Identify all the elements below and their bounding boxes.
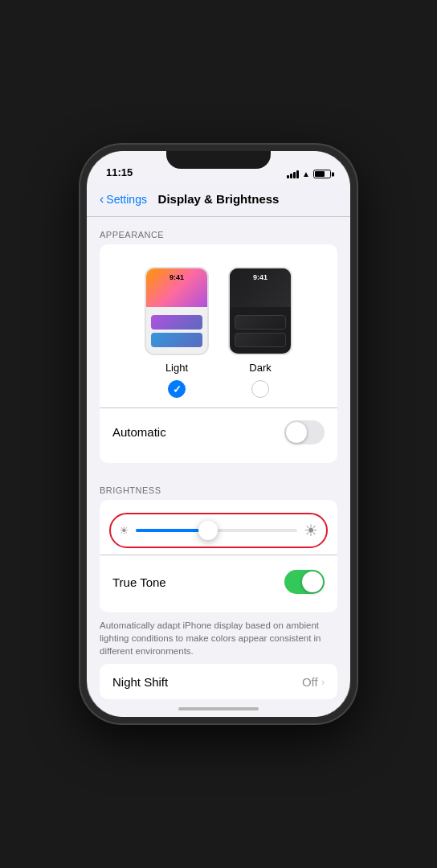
brightness-slider-track[interactable] xyxy=(136,529,297,532)
dark-preview-cards xyxy=(235,315,286,347)
dark-mode-label: Dark xyxy=(249,362,271,374)
page-title: Display & Brightness xyxy=(158,192,280,206)
true-tone-description: Automatically adapt iPhone display based… xyxy=(87,612,350,664)
signal-icon xyxy=(287,170,299,178)
light-mode-label: Light xyxy=(165,362,188,374)
notch xyxy=(166,151,271,169)
night-shift-value: Off xyxy=(302,675,318,689)
dark-mode-preview: 9:41 xyxy=(228,267,292,355)
preview-card-1 xyxy=(151,315,202,330)
brightness-slider-fill xyxy=(136,529,208,532)
appearance-options: 9:41 Light 9:41 xyxy=(100,254,337,404)
dark-mode-radio[interactable] xyxy=(251,380,269,398)
appearance-dark-option[interactable]: 9:41 Dark xyxy=(228,267,292,398)
light-mode-radio[interactable] xyxy=(168,380,186,398)
home-bar xyxy=(178,707,259,710)
brightness-group: True Tone xyxy=(100,500,337,613)
brightness-low-icon xyxy=(119,523,129,538)
true-tone-toggle-knob xyxy=(302,571,323,592)
true-tone-label: True Tone xyxy=(112,575,166,589)
screen: 11:15 ▲ ‹ Settings Display & Brightness xyxy=(87,151,350,717)
back-label: Settings xyxy=(106,193,147,206)
dark-preview-card-1 xyxy=(235,315,286,330)
brightness-slider-row[interactable] xyxy=(109,513,328,548)
brightness-slider-thumb[interactable] xyxy=(198,521,218,540)
night-shift-label: Night Shift xyxy=(112,675,168,689)
night-shift-row[interactable]: Night Shift Off › xyxy=(100,664,337,699)
nav-bar: ‹ Settings Display & Brightness xyxy=(87,182,350,217)
back-button[interactable]: ‹ Settings xyxy=(100,193,147,206)
appearance-section-header: APPEARANCE xyxy=(87,217,350,244)
dark-preview-card-2 xyxy=(235,333,286,347)
status-time: 11:15 xyxy=(106,166,133,178)
automatic-toggle[interactable] xyxy=(284,420,325,444)
true-tone-row: True Tone xyxy=(112,561,325,603)
status-icons: ▲ xyxy=(287,170,331,178)
preview-card-2 xyxy=(151,333,202,347)
wifi-icon: ▲ xyxy=(302,170,310,178)
appearance-light-option[interactable]: 9:41 Light xyxy=(145,267,209,398)
back-chevron-icon: ‹ xyxy=(100,193,104,206)
automatic-toggle-knob xyxy=(286,422,307,443)
night-shift-chevron-icon: › xyxy=(321,676,325,688)
true-tone-toggle[interactable] xyxy=(284,570,325,594)
light-preview-cards xyxy=(151,315,202,347)
phone-frame: 11:15 ▲ ‹ Settings Display & Brightness xyxy=(80,145,357,723)
automatic-label: Automatic xyxy=(112,425,166,439)
light-mode-preview: 9:41 xyxy=(145,267,209,355)
night-shift-right: Off › xyxy=(302,675,325,689)
battery-icon xyxy=(313,170,331,178)
brightness-high-icon xyxy=(304,521,318,540)
night-shift-group: Night Shift Off › xyxy=(100,664,337,699)
content-area: APPEARANCE 9:41 Light xyxy=(87,217,350,701)
automatic-row: Automatic xyxy=(100,411,337,453)
preview-time-light: 9:41 xyxy=(169,273,184,281)
home-indicator xyxy=(87,701,350,717)
preview-time-dark: 9:41 xyxy=(253,273,268,281)
brightness-section-header: BRIGHTNESS xyxy=(87,473,350,500)
